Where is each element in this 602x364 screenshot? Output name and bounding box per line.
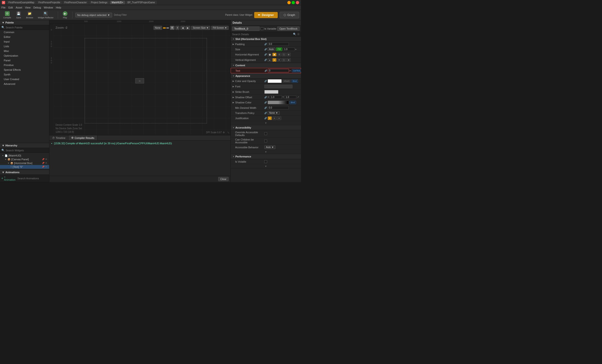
canvas-wrapper[interactable]: 0 100 200 Zoom -2 ↔ None xyxy=(49,24,230,135)
animations-header[interactable]: ▼ Animations xyxy=(0,170,49,175)
menu-window[interactable]: Window xyxy=(44,6,53,9)
shadow-x-input[interactable] xyxy=(270,95,282,99)
tab-firstpersonprojectile[interactable]: FirstPersonProjectile xyxy=(36,1,62,4)
shadow-extra-icon[interactable]: ↗ xyxy=(297,96,299,99)
size-expand-icon[interactable]: ▸ xyxy=(295,48,297,51)
tree-item-horizontal-box[interactable]: ▼ 📦 [Horizontal Box] 📌👁 xyxy=(0,161,49,165)
color-bind-button[interactable]: Bind xyxy=(291,79,298,83)
palette-item-special-effects[interactable]: Special Effects xyxy=(0,67,49,72)
4-button[interactable]: 4 xyxy=(175,26,180,30)
strike-swatch[interactable] xyxy=(264,90,279,94)
add-animation-label[interactable]: + Animation xyxy=(4,176,16,181)
maximize-button[interactable] xyxy=(292,1,295,4)
shadow-color-swatch[interactable] xyxy=(268,101,289,104)
size-fill-value-input[interactable] xyxy=(283,47,295,51)
shadow-color-bind-btn[interactable]: Bind xyxy=(290,101,296,104)
color-swatch[interactable] xyxy=(268,79,282,83)
close-button[interactable] xyxy=(296,1,299,4)
v-align-fill[interactable]: ⬛ xyxy=(282,58,286,62)
appearance-section-header[interactable]: ▼ Appearance xyxy=(231,73,301,78)
h-align-fill[interactable]: ⬛ xyxy=(282,53,286,56)
dpi-settings-icon[interactable]: ⚙ xyxy=(223,131,225,134)
browse-button[interactable]: 📁 Browse xyxy=(25,11,34,19)
shadow-y-input[interactable] xyxy=(285,95,296,99)
play-button[interactable]: ▶ Play xyxy=(61,11,69,19)
tab-timeline[interactable]: ⏱ Timeline xyxy=(49,135,68,140)
text-expand-icon[interactable]: ▸ xyxy=(290,69,291,72)
tree-item-canvas-panel[interactable]: ▼ 📦 [Canvas Panel] 📌👁 xyxy=(0,157,49,161)
r-button[interactable]: R xyxy=(170,26,174,30)
palette-item-misc[interactable]: Misc xyxy=(0,49,49,53)
arrow-left-btn[interactable]: ◀ xyxy=(180,26,185,30)
menu-asset[interactable]: Asset xyxy=(16,6,22,9)
inherit-button[interactable]: Inherit xyxy=(282,79,291,83)
fill-screen-dropdown[interactable]: Fill Screen ▼ xyxy=(211,26,229,30)
palette-item-lists[interactable]: Lists xyxy=(0,44,49,49)
v-align-top[interactable]: ▲ xyxy=(268,58,272,62)
min-width-input[interactable] xyxy=(268,106,289,110)
palette-item-synth[interactable]: Synth xyxy=(0,72,49,77)
h-align-right[interactable]: ☰ xyxy=(277,53,281,56)
is-variable-checkbox[interactable] xyxy=(260,27,263,30)
tree-item-text[interactable]: T [Text] "0" 📌👁 xyxy=(0,165,49,169)
size-auto-button[interactable]: Auto xyxy=(268,47,275,51)
accessible-behavior-dropdown[interactable]: Auto ▼ xyxy=(264,146,275,149)
h-align-extra[interactable]: ⊞ xyxy=(286,53,291,56)
font-swatch[interactable] xyxy=(264,85,292,88)
h-align-center[interactable]: ▣ xyxy=(272,53,277,56)
none-button[interactable]: None xyxy=(154,26,162,30)
just-center[interactable]: ≡ xyxy=(272,116,277,120)
v-align-bottom[interactable]: ▼ xyxy=(277,58,281,62)
widget-text-element[interactable]: ↔ xyxy=(135,78,144,83)
debug-filter-dropdown[interactable]: No debug object selected ▼ xyxy=(75,13,112,17)
menu-file[interactable]: File xyxy=(1,6,6,9)
accessibility-expand-icon[interactable]: ▼ xyxy=(265,151,267,153)
palette-item-panel[interactable]: Panel xyxy=(0,58,49,63)
tab-bpfps[interactable]: BP_TrueFPSProjectGame xyxy=(126,1,157,4)
menu-help[interactable]: Help xyxy=(56,6,61,9)
accessibility-section-header[interactable]: ▼ Accessibility xyxy=(231,125,301,130)
tab-compiler-results[interactable]: ⚙ Compiler Results xyxy=(68,135,97,140)
palette-item-advanced[interactable]: Advanced xyxy=(0,82,49,86)
widget-name-field[interactable]: TextBlock_0 xyxy=(232,27,260,31)
animations-search-input[interactable] xyxy=(17,177,49,180)
transform-policy-dropdown[interactable]: None ▼ xyxy=(268,111,280,115)
compile-button[interactable]: ⚙ Compile xyxy=(2,11,12,19)
arrow-right-btn[interactable]: ▶ xyxy=(185,26,190,30)
clear-button[interactable]: Clear xyxy=(218,177,229,181)
is-volatile-checkbox[interactable] xyxy=(264,160,267,163)
just-right[interactable]: ≡ xyxy=(277,116,281,120)
palette-header[interactable]: ▼ Palette xyxy=(0,20,49,25)
v-align-extra[interactable]: ⊞ xyxy=(286,58,291,62)
content-section-header[interactable]: ▼ Content xyxy=(231,63,301,68)
can-children-checkbox[interactable] xyxy=(264,140,267,142)
palette-item-optimization[interactable]: Optimization xyxy=(0,53,49,58)
color-btn-1[interactable] xyxy=(163,27,166,29)
tab-firstpersonexamplemap[interactable]: FirstPersonExampleMap xyxy=(7,1,36,4)
appearance-expand-icon[interactable]: ▼ xyxy=(265,122,267,124)
padding-expand-icon[interactable]: ▶ xyxy=(233,43,234,45)
palette-item-primitive[interactable]: Primitive xyxy=(0,63,49,67)
palette-item-input[interactable]: Input xyxy=(0,39,49,44)
menu-view[interactable]: View xyxy=(25,6,31,9)
designer-button[interactable]: ✏ Designer xyxy=(254,12,278,18)
text-input[interactable] xyxy=(268,69,289,72)
minimize-button[interactable] xyxy=(287,1,291,4)
tab-projectsettings[interactable]: Project Settings xyxy=(89,1,109,4)
graph-button[interactable]: ⬡ Graph xyxy=(280,12,299,18)
screen-size-dropdown[interactable]: Screen Size ▼ xyxy=(191,26,210,30)
tree-item-mainhud[interactable]: ▼ 📄 [MainHUD] xyxy=(0,154,49,157)
open-textblock-button[interactable]: Open TextBlock xyxy=(277,27,300,31)
widget-reflector-button[interactable]: 🔍 Widget Reflector xyxy=(36,11,55,19)
tab-mainhud[interactable]: MainHUD+ xyxy=(110,1,125,4)
canvas-resize-handle[interactable]: ⤡ xyxy=(227,131,229,134)
palette-search-input[interactable] xyxy=(6,26,48,29)
slot-section-header[interactable]: ▼ Slot (Horizontal Box Slot) xyxy=(231,37,301,42)
details-filter-icon[interactable]: ☰ xyxy=(297,33,300,36)
palette-item-common[interactable]: Common xyxy=(0,30,49,34)
padding-input[interactable] xyxy=(268,42,289,46)
menu-debug[interactable]: Debug xyxy=(33,6,41,9)
hierarchy-header[interactable]: ▼ Hierarchy xyxy=(0,143,49,148)
just-left[interactable]: ≡ xyxy=(268,116,272,120)
palette-item-editor[interactable]: Editor xyxy=(0,34,49,39)
